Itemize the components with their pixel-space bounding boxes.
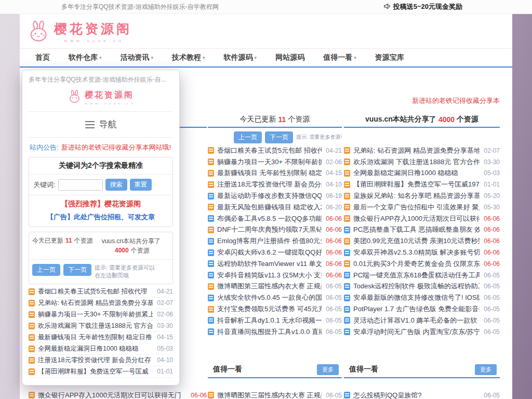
resource-list-item[interactable]: 火绒安全软件v5.0.45 一款良心的国产安全软件 06-05 [208, 292, 342, 303]
resource-list-item[interactable]: 最后一个文章广告位招租中 引流效果好 聚八方 05-30 [344, 202, 500, 213]
resource-title: Emlog博客用户注册插件 价值80元免费分享 [217, 236, 322, 246]
next-page-button[interactable]: 下一页 [63, 264, 91, 276]
site-url: w w w . v u u s . c n [64, 38, 122, 43]
nav-item-label: 软件源码 [224, 53, 253, 62]
more-button[interactable]: 更多 [475, 364, 497, 375]
resource-list-item[interactable]: 布偶必备工具v5.8.5 一款QQ多功能工具软件 06-06 [208, 213, 342, 224]
resource-list-item[interactable]: 微博晒图第三届性感内衣大赛 正规美图等你欣 06-05 [208, 281, 342, 292]
resource-list-item[interactable]: 美团0.99元充值10元话费 亲测10元话费秒到 06-06 [344, 235, 500, 247]
resource-title: PotPlayer 1.7 去广告绿色版 免费全能影音播 [353, 304, 480, 314]
resource-type-icon [344, 249, 350, 256]
resource-list-item[interactable]: 注册送18元零投资做代理 新会员分红存 04-10 [29, 355, 173, 366]
resource-title: 香烟口粮关春王试货5元包邮 招收代理 [217, 146, 322, 155]
resource-type-icon [208, 238, 214, 245]
prev-page-button[interactable]: 上一页 [32, 264, 60, 276]
total-header-suffix: 个资源 [457, 115, 478, 124]
nav-item[interactable]: 资源宝库 ▾ [375, 53, 404, 62]
resource-list-item[interactable]: 皇族娱兄弟站: 知名分享吧 精品资源分享基地 05-20 [344, 190, 500, 202]
updated-count: 11 [278, 115, 286, 124]
bottom-resource-item[interactable]: 怎么投稿到QQ皇族馆? 06-05 [344, 390, 500, 399]
resource-list-item[interactable]: 【莆田潮牌鞋服】免费送空军一号匡威1970s 01-01 [344, 179, 500, 190]
reset-button[interactable]: 重置 [130, 179, 152, 191]
resource-list-item[interactable]: 【莆田潮牌鞋服】免费送空军一号匡威 01-01 [29, 366, 173, 378]
resource-list-item[interactable]: 安卓双开神器v2.5.3.0精简版 解决多账号切换 06-06 [344, 247, 500, 258]
resource-list-item[interactable]: 香烟口粮关春王试货5元包邮 招收代理 04-21 [29, 286, 173, 298]
resource-list-item[interactable]: 最新赚钱项目 无年龄性别限制 稳定日撸300+ 04-15 [208, 168, 342, 179]
pagination-tip: 提示: 需要更多资源可以在左边翻页哦 [296, 134, 342, 141]
resource-list-item[interactable]: 全网最新稳定漏洞日撸1000 稳稳稳 05-03 [344, 168, 500, 179]
prev-page-button[interactable]: 上一页 [234, 131, 262, 143]
resource-list-item[interactable]: 最新运动助手修改步数支持微信QQ+ZFB步 06-19 [208, 190, 342, 202]
site-logo[interactable]: 樱花资源阁 w w w . v u u s . c n [27, 18, 132, 45]
resource-list-item[interactable]: 注册送18元零投资做代理 新会员分红存1000 04-10 [208, 179, 342, 190]
site-notice: 站内公告: 新进站的老铁记得收藏分享本网站哦! 想 [29, 138, 173, 157]
next-page-button[interactable]: 下一页 [265, 131, 293, 143]
resource-title: 微众银行APP存入1000元活期次日可以获得无 [353, 214, 480, 223]
more-button[interactable]: 更多 [317, 364, 339, 375]
site-stats: 今天已更新11个资源 vuus.cn本站共分享了4000个资源 [29, 232, 172, 260]
resource-date: 06-06 [484, 226, 500, 233]
resource-list-item[interactable]: 安卓浮动时间无广告版 内置淘宝/京东/苏宁/拼 06-05 [344, 326, 500, 338]
promo-link-hot[interactable]: 【强烈推荐】樱花资源阁 [29, 195, 172, 211]
submit-reward-link[interactable]: 投稿送5~20元现金奖励 [383, 2, 462, 11]
hamburger-menu-icon [85, 121, 95, 128]
resource-list-item[interactable]: 安卓抖音精简版v11.3 仅5M大小 支持账号登录 06-06 [208, 270, 342, 281]
announce-text: 投稿送5~20元现金奖励 [393, 2, 462, 11]
promo-link-ad[interactable]: 【广告】此处广告位招租、可发文章 [29, 211, 172, 227]
nav-item[interactable]: 首页 ▾ [35, 53, 50, 62]
resource-type-icon [344, 317, 350, 324]
resource-date: 06-05 [484, 392, 500, 399]
search-input[interactable] [58, 179, 103, 191]
resource-list-item[interactable]: 抖音解析工具dy1.0.1 无水印视频一键解析软件 06-05 [208, 315, 342, 326]
resource-list-item[interactable]: Todesk远程控制软件 极致流畅的远程协助工具 06-05 [344, 281, 500, 292]
pagination: 上一页 下一页 提示: 需要更多资源可以在左边翻页哦 [208, 130, 342, 144]
resource-list-item[interactable]: PC恶搞整蛊下载工具 恶搞睡眠整蛊朋友 效 06-06 [344, 224, 500, 236]
resource-list-item[interactable]: 安卓最新版的微信支持修改微信号了! IOS版 06-05 [344, 292, 500, 303]
nav-item[interactable]: 活动资讯 ▾ [121, 53, 154, 62]
resource-list-item[interactable]: PotPlayer 1.7 去广告绿色版 免费全能影音播 06-05 [344, 303, 500, 315]
nav-item-label: 首页 [35, 53, 50, 62]
bottom-resource-item[interactable]: 微博晒图第三届性感内衣大赛 正规美图等你欣赏 06-05 [208, 390, 342, 399]
resource-type-icon [29, 288, 35, 295]
nav-toggle[interactable]: 导航 [29, 112, 173, 138]
resource-list-item[interactable]: 最新无风险包赔赚钱项目 稳定收入200-500元 06-20 [208, 202, 342, 213]
resource-list-item[interactable]: 灵活动态计算器V1.0 薅羊毛必备的一款软 06-05 [344, 315, 500, 326]
resource-date: 03-30 [484, 158, 500, 166]
resource-date: 06-19 [326, 192, 342, 200]
nav-item[interactable]: 技术教程 ▾ [172, 53, 205, 62]
notice-marquee: 新进站的老铁记得收藏分享本网站哦! 想 [61, 143, 172, 152]
resource-date: 06-05 [326, 317, 342, 324]
nav-item[interactable]: 软件仓库 ▾ [69, 53, 102, 62]
resource-type-icon [208, 295, 214, 301]
resource-list-item[interactable]: 香烟口粮关春王试货5元包邮 招收代理 04-21 [208, 145, 342, 156]
overlay-site-logo[interactable]: 樱花资源阁 w w w . v u u s . c n [29, 86, 173, 112]
resource-list-item[interactable]: 安卓闪截大师v3.6.2 一键提取QQ好友发的闪照 06-06 [208, 247, 342, 258]
resource-list-item[interactable]: 支付宝免费领取5元话费券 可45元充值三网50 06-05 [208, 303, 342, 315]
resource-list-item[interactable]: 躺赚暴力项目一天30+ 不限制年龄抓紧上 02-06 [29, 309, 173, 321]
resource-list-item[interactable]: 兄弟站: 钻石资源网 精品资源免费分享基 02-07 [29, 298, 173, 309]
resource-list-item[interactable]: 0.01元购买3个月爱奇艺黄金会员 仅限京东白 06-06 [344, 258, 500, 270]
bottom-resource-item[interactable]: 微众银行APP存入1000元活期次日可以获得无门 06-06 [29, 390, 207, 399]
resource-list-item[interactable]: 欢乐游戏漏洞 下载注册送1888元 官方合 03-30 [29, 321, 173, 332]
resource-list-item[interactable]: 全网最新稳定漏洞日撸1000 稳稳稳 05-03 [29, 343, 173, 355]
nav-item[interactable]: 值得一看 ▾ [323, 53, 356, 62]
resource-title: 【莆田潮牌鞋服】免费送空军一号匡威 [38, 367, 153, 376]
resource-type-icon [208, 260, 214, 267]
resource-list-item[interactable]: 欢乐游戏漏洞 下载注册送1888元 官方合作 03-30 [344, 156, 500, 168]
resource-date: 03-30 [157, 322, 173, 329]
updated-header-suffix: 个资源 [288, 115, 310, 124]
resource-list-item[interactable]: 远程协助软件TeamViewer v11 单文件版 方便 06-06 [208, 258, 342, 270]
resource-list-item[interactable]: 最新赚钱项目 无年龄性别限制 稳定日撸 04-15 [29, 332, 173, 343]
resource-list-item[interactable]: 兄弟站: 钻石资源网 精品资源免费分享基地 02-07 [344, 145, 500, 156]
resource-list-item[interactable]: PC端一键充值京东618叠蛋糕活动任务工具 06-05 [344, 270, 500, 281]
resource-date: 06-06 [484, 249, 500, 256]
resource-type-icon [208, 215, 214, 222]
resource-list-item[interactable]: 微众银行APP存入1000元活期次日可以获得无 06-06 [344, 213, 500, 224]
search-button[interactable]: 搜索 [105, 179, 127, 191]
resource-list-item[interactable]: 抖音直播间氛围提升工具v1.0.0 直播间自动发 06-05 [208, 326, 342, 338]
resource-list-item[interactable]: Emlog博客用户注册插件 价值80元免费分享 06-06 [208, 235, 342, 247]
nav-item[interactable]: 网站源码 ▾ [275, 53, 304, 62]
nav-item[interactable]: 软件源码 ▾ [224, 53, 257, 62]
resource-list-item[interactable]: DNF十二周年庆典预约领取7天黑钻 回归用户 06-06 [208, 224, 342, 236]
resource-list-item[interactable]: 躺赚暴力项目一天30+ 不限制年龄抓紧上车 02-06 [208, 156, 342, 168]
